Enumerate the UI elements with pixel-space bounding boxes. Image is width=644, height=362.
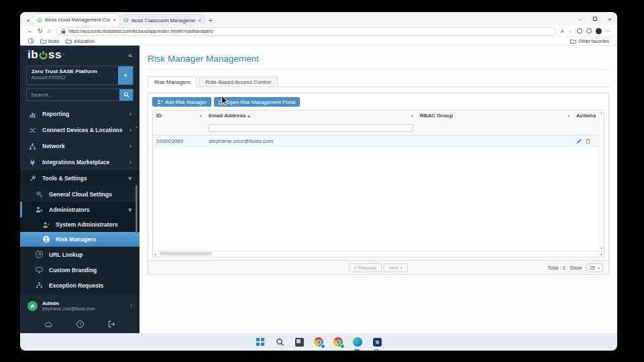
extensions-icon[interactable] (577, 28, 582, 34)
home-icon[interactable]: ⌂ (48, 28, 51, 34)
sidebar-header: ib ss ® « (20, 46, 140, 64)
column-header-id[interactable]: ID ▾ (153, 111, 205, 120)
profile-avatar[interactable] (596, 28, 602, 34)
user-email: stephanie.cruz@iboss.com (42, 306, 95, 311)
windows-logo-icon (256, 338, 264, 346)
read-aloud-icon[interactable]: A (561, 28, 564, 34)
sidebar-item-system-administrators[interactable]: System Administrators (20, 217, 140, 232)
scroll-down-icon[interactable]: ▾ (600, 247, 602, 250)
sidebar-item-integrations-marketplace[interactable]: Integrations Marketplace › (20, 154, 140, 170)
bookmark-education[interactable]: education (66, 39, 94, 44)
column-header-email[interactable]: Email Address ▴ ▾ (205, 111, 417, 120)
sidebar-item-network[interactable]: Network › (20, 138, 140, 154)
favorite-star-icon[interactable]: ☆ (568, 28, 573, 34)
next-button[interactable]: Next » (384, 263, 408, 272)
sidebar-scrollbar[interactable]: ▴ (134, 125, 139, 293)
scrollbar-thumb[interactable] (136, 185, 138, 233)
page-size-select[interactable]: 25 ▾ (586, 263, 603, 272)
sidebar-item-general-cloud-settings[interactable]: General Cloud Settings (20, 186, 140, 202)
browser-tab-inactive[interactable]: iboss Classroom Management & × (119, 14, 205, 25)
user-gear-icon (35, 206, 44, 213)
support-cloud-icon[interactable] (44, 321, 53, 328)
filter-row (153, 120, 604, 135)
browser-tabstrip: ▾ iboss cloud Management Conso × iboss C… (20, 12, 617, 25)
chevron-right-icon: › (129, 127, 131, 133)
search-input[interactable] (27, 89, 119, 101)
scroll-up-icon[interactable]: ▴ (600, 111, 602, 115)
sidebar-item-exception-requests[interactable]: Exception Requests (20, 278, 140, 293)
sidebar-item-url-lookup[interactable]: URL Lookup (20, 247, 140, 262)
refresh-icon[interactable]: ↻ (38, 28, 43, 34)
taskbar (20, 333, 617, 351)
address-bar[interactable]: https://accounts.ibosstest.com/ibcloud/a… (56, 27, 556, 36)
settings-more-icon[interactable]: ⋯ (606, 28, 611, 34)
bar-chart-icon (28, 111, 37, 118)
add-risk-manager-button[interactable]: Add Risk Manager (152, 97, 211, 107)
sidebar-item-tools-settings[interactable]: Tools & Settings ▾ (20, 170, 140, 186)
vertical-scrollbar[interactable]: ▴ ▾ (598, 111, 604, 251)
help-icon[interactable]: ? (76, 320, 84, 328)
sidebar-toggle-icon[interactable] (28, 38, 34, 44)
column-header-rbac-group[interactable]: RBAC Group ▾ (417, 111, 573, 120)
minimize-button[interactable]: – (573, 12, 588, 25)
sidebar-item-reporting[interactable]: Reporting › (20, 106, 140, 122)
close-button[interactable]: × (602, 12, 617, 25)
scroll-left-icon[interactable]: ◂ (154, 253, 156, 256)
sidebar-footer: ? (20, 315, 140, 333)
back-icon[interactable]: ← (27, 28, 33, 34)
tab-search-button[interactable]: ▾ (23, 15, 34, 25)
horizontal-scrollbar[interactable]: ◂ ▸ (153, 251, 604, 257)
sidebar-item-connect-devices[interactable]: Connect Devices & Locations › (20, 122, 140, 138)
column-menu-icon[interactable]: ▾ (200, 113, 202, 118)
search-button[interactable] (119, 89, 133, 101)
account-dropdown-button[interactable]: ▾ (118, 66, 133, 84)
other-favorites[interactable]: Other favorites (570, 39, 609, 44)
email-filter-input[interactable] (209, 124, 413, 132)
tab-close-icon[interactable]: × (198, 17, 201, 23)
app-icon (373, 338, 382, 347)
sidebar: ib ss ® « Zero Trust SASE Platform Accou… (20, 46, 140, 333)
taskbar-edge-button[interactable] (352, 337, 363, 347)
taskbar-chrome-1-button[interactable] (313, 337, 324, 347)
running-app-indicator (374, 349, 379, 351)
taskbar-app-button[interactable] (372, 337, 382, 347)
sidebar-item-custom-branding[interactable]: Custom Branding (20, 262, 140, 278)
bookmark-iboss[interactable]: iboss (40, 39, 59, 44)
sidebar-collapse-icon[interactable]: « (128, 51, 132, 59)
edit-pencil-icon[interactable] (576, 138, 582, 144)
tools-settings-submenu: General Cloud Settings Administrators ▾ … (20, 186, 140, 293)
browser-tab-active[interactable]: iboss cloud Management Conso × (34, 14, 119, 25)
account-selector[interactable]: Zero Trust SASE Platform Account #700012… (26, 66, 133, 85)
column-menu-icon[interactable]: ▾ (411, 113, 413, 118)
new-tab-button[interactable]: + (205, 15, 216, 25)
start-button[interactable] (255, 337, 266, 347)
sidebar-user[interactable]: A Admin stephanie.cruz@iboss.com › (20, 296, 140, 315)
scroll-right-icon[interactable]: ▸ (600, 253, 602, 256)
taskbar-search-button[interactable] (274, 337, 285, 347)
maximize-button[interactable] (588, 12, 602, 25)
sidebar-item-administrators[interactable]: Administrators ▾ (20, 202, 140, 217)
tab-risk-managers[interactable]: Risk Managers (148, 76, 197, 87)
sidebar-item-risk-managers[interactable]: Risk Managers (20, 232, 140, 247)
monitor-icon (35, 266, 44, 274)
taskbar-files-button[interactable] (294, 337, 305, 347)
search-icon (276, 338, 284, 347)
main-content: Risk Manager Management Risk Managers Ro… (140, 46, 617, 333)
scrollbar-thumb[interactable] (160, 252, 212, 255)
gears-icon (35, 190, 44, 198)
logout-icon[interactable] (108, 320, 115, 328)
edge-icon (353, 337, 362, 347)
monitor-screen: ▾ iboss cloud Management Conso × iboss C… (20, 12, 617, 351)
risk-managers-table: ID ▾ Email Address ▴ ▾ RBAC Group (152, 110, 604, 257)
delete-trash-icon[interactable] (585, 138, 591, 144)
collections-icon[interactable] (586, 28, 592, 34)
taskbar-chrome-2-button[interactable] (333, 337, 343, 347)
column-menu-icon[interactable]: ▾ (568, 113, 570, 118)
scroll-up-icon[interactable]: ▴ (136, 125, 138, 129)
bookmarks-bar: iboss education Other favorites (20, 37, 617, 46)
tab-role-based-access-control[interactable]: Role-Based Access Control (199, 76, 277, 86)
browser-toolbar: ← ↻ ⌂ https://accounts.ibosstest.com/ibc… (20, 25, 617, 37)
tab-close-icon[interactable]: × (113, 17, 116, 23)
table-row[interactable]: 100003069 stephanie.cruz@iboss.com (153, 135, 604, 147)
previous-button[interactable]: « Previous (349, 263, 382, 272)
